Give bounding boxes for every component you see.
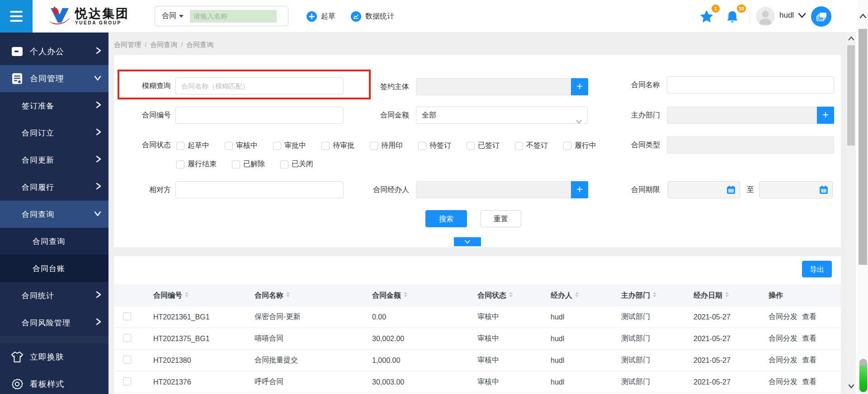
status-checkbox[interactable] xyxy=(280,160,288,169)
export-button[interactable]: 导出 xyxy=(802,261,832,277)
period-end-date-input[interactable] xyxy=(759,181,833,198)
favorites-star-button[interactable]: 1 xyxy=(699,6,717,26)
search-category-dropdown[interactable]: 合同 xyxy=(162,11,184,21)
col-contract-no[interactable]: 合同编号 xyxy=(153,291,255,300)
row-checkbox[interactable] xyxy=(123,356,131,364)
status-checkbox[interactable] xyxy=(225,142,233,150)
period-start-date-input[interactable] xyxy=(668,181,740,198)
contract-no-input[interactable] xyxy=(175,107,344,124)
sidebar-item-contract-statistics[interactable]: 合同统计 xyxy=(0,282,108,309)
hamburger-menu-icon[interactable] xyxy=(0,0,33,33)
action-distribute-link[interactable]: 合同分发 xyxy=(769,313,797,320)
chevron-down-icon xyxy=(94,75,101,83)
sort-icon[interactable] xyxy=(286,292,290,297)
status-checkbox[interactable] xyxy=(176,142,184,150)
handler-picker: + xyxy=(416,181,588,198)
status-option: 审批中 xyxy=(273,141,306,150)
sidebar-item-contract-performance[interactable]: 合同履行 xyxy=(0,174,108,201)
cell-handler: hudl xyxy=(551,313,621,321)
sidebar-item-contract-ledger[interactable]: 合同台账 xyxy=(0,255,108,282)
col-handler[interactable]: 经办人 xyxy=(551,291,621,300)
row-checkbox[interactable] xyxy=(123,312,131,320)
action-view-link[interactable]: 查看 xyxy=(802,356,816,364)
breadcrumb-item[interactable]: 合同查询 xyxy=(150,41,177,48)
chevron-right-icon xyxy=(96,155,101,164)
search-button[interactable]: 搜索 xyxy=(425,210,467,227)
sidebar-item-contract-query[interactable]: 合同查询 xyxy=(0,228,108,255)
dept-add-button[interactable]: + xyxy=(817,107,834,124)
status-checkbox[interactable] xyxy=(467,142,475,150)
contract-name-input[interactable] xyxy=(667,76,834,94)
sort-icon[interactable] xyxy=(653,292,656,297)
sidebar-item-contract-update[interactable]: 合同更新 xyxy=(0,146,108,174)
col-status[interactable]: 合同状态 xyxy=(477,291,551,300)
cell-dept: 测试部门 xyxy=(621,334,693,343)
status-checkbox[interactable] xyxy=(515,142,523,150)
col-date[interactable]: 经办日期 xyxy=(693,291,769,300)
reset-button[interactable]: 重置 xyxy=(481,210,521,227)
action-distribute-link[interactable]: 合同分发 xyxy=(769,378,797,385)
scrollbar-thumb[interactable] xyxy=(859,29,867,265)
sidebar-item-contract-query-group[interactable]: 合同查询 xyxy=(0,201,108,228)
type-input[interactable] xyxy=(667,136,834,154)
dept-input[interactable] xyxy=(667,107,817,124)
browser-scrollbar[interactable] xyxy=(858,0,868,394)
sort-icon[interactable] xyxy=(575,292,579,297)
status-checkbox[interactable] xyxy=(321,142,330,150)
cell-contract-name: 呼呼合同 xyxy=(255,377,372,387)
sidebar-item-contract-establishment[interactable]: 合同订立 xyxy=(0,119,108,146)
sort-icon[interactable] xyxy=(404,292,407,297)
sidebar-item-signing-preparation[interactable]: 签订准备 xyxy=(0,92,108,119)
scrollbar-thumb[interactable] xyxy=(847,45,855,145)
sign-party-add-button[interactable]: + xyxy=(571,78,588,95)
status-checkbox[interactable] xyxy=(176,160,184,169)
notifications-bell-button[interactable]: 19 xyxy=(725,6,743,26)
scroll-down-icon[interactable] xyxy=(846,384,856,389)
counterparty-input[interactable] xyxy=(175,181,344,198)
row-checkbox[interactable] xyxy=(123,334,131,342)
col-contract-name[interactable]: 合同名称 xyxy=(255,291,372,300)
sidebar-item-personal-office[interactable]: 个人办公 xyxy=(0,38,108,65)
col-amount[interactable]: 合同金额 xyxy=(372,291,477,300)
handler-input[interactable] xyxy=(416,181,571,198)
status-checkbox[interactable] xyxy=(418,142,426,150)
scroll-up-icon[interactable] xyxy=(858,14,868,19)
handler-add-button[interactable]: + xyxy=(571,181,588,198)
collapse-panel-button[interactable] xyxy=(454,237,481,246)
action-view-link[interactable]: 查看 xyxy=(802,313,816,320)
row-checkbox[interactable] xyxy=(123,377,131,385)
global-search: 合同 xyxy=(155,6,288,26)
sign-party-input[interactable] xyxy=(416,78,571,95)
action-view-link[interactable]: 查看 xyxy=(802,378,816,385)
table-row: HT2021380合同批量提交1,000.00审核中hudl测试部门2021-0… xyxy=(114,350,841,371)
sort-icon[interactable] xyxy=(185,292,189,297)
sidebar-item-change-skin[interactable]: 立即换肤 xyxy=(0,343,108,371)
sort-icon[interactable] xyxy=(509,292,513,297)
action-view-link[interactable]: 查看 xyxy=(802,334,816,342)
amount-select[interactable]: 全部 xyxy=(416,107,588,124)
col-dept[interactable]: 主办部门 xyxy=(621,291,693,300)
content-scrollbar[interactable] xyxy=(846,33,856,394)
fuzzy-query-label: 模糊查询 xyxy=(117,77,171,94)
status-checkbox[interactable] xyxy=(370,142,378,150)
cell-checkbox xyxy=(114,356,153,366)
sort-icon[interactable] xyxy=(725,292,729,297)
fuzzy-query-input[interactable] xyxy=(175,77,344,94)
data-statistics-button[interactable]: 数据统计 xyxy=(351,0,394,33)
status-checkbox[interactable] xyxy=(232,160,240,169)
scroll-up-icon[interactable] xyxy=(846,36,856,41)
breadcrumb-item[interactable]: 合同管理 xyxy=(114,41,141,48)
action-distribute-link[interactable]: 合同分发 xyxy=(769,356,797,364)
action-distribute-link[interactable]: 合同分发 xyxy=(769,334,797,342)
sidebar-item-contract-management[interactable]: 合同管理 xyxy=(0,65,108,92)
avatar[interactable] xyxy=(756,7,775,26)
draft-button[interactable]: 起草 xyxy=(307,0,335,33)
multi-window-button[interactable] xyxy=(811,6,831,27)
status-checkbox[interactable] xyxy=(273,142,281,150)
sidebar-item-contract-risk-management[interactable]: 合同风险管理 xyxy=(0,309,108,336)
username-label[interactable]: hudl xyxy=(779,11,794,20)
global-search-input[interactable] xyxy=(190,10,277,23)
sidebar-item-board-style[interactable]: 看板样式 xyxy=(0,371,108,394)
status-checkbox[interactable] xyxy=(563,142,571,150)
user-menu-caret-icon[interactable] xyxy=(798,12,806,20)
